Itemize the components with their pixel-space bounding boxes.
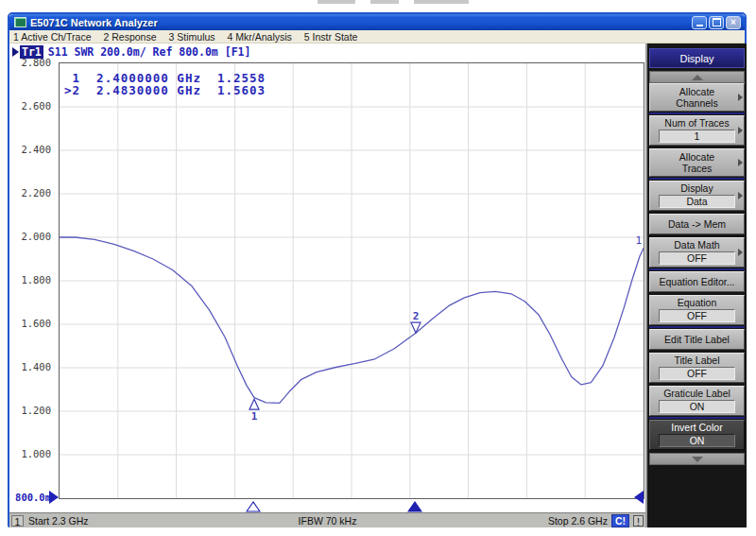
y-tick-label: 1.200 bbox=[6, 405, 51, 416]
softkey-label: Equation bbox=[650, 297, 744, 308]
cropped-text-artifact bbox=[414, 0, 469, 4]
title-bar[interactable]: E5071C Network Analyzer × bbox=[9, 14, 745, 30]
softkey-value: ON bbox=[659, 400, 735, 413]
softkey-title-label[interactable]: Title LabelOFF bbox=[649, 353, 745, 383]
softkey-label: Num of Traces bbox=[650, 117, 744, 129]
softkey-scroll-up-button[interactable] bbox=[649, 71, 745, 83]
menu-active-ch-trace[interactable]: 1 Active Ch/Trace bbox=[13, 31, 91, 43]
y-tick-label: 2.600 bbox=[6, 100, 51, 112]
trace-end-number: 1 bbox=[635, 234, 642, 247]
alert-badge: ! bbox=[633, 515, 644, 527]
softkey-equation-editor[interactable]: Equation Editor... bbox=[649, 271, 745, 292]
submenu-arrow-icon bbox=[738, 127, 743, 134]
window-title: E5071C Network Analyzer bbox=[30, 17, 158, 28]
app-icon bbox=[14, 17, 26, 27]
channel-indicator: 1 bbox=[11, 515, 24, 527]
y-tick-label: 2.000 bbox=[6, 231, 51, 242]
softkey-graticule-label[interactable]: Graticule LabelON bbox=[649, 386, 745, 416]
softkey-panel: Display AllocateChannelsNum of Traces1Al… bbox=[645, 43, 747, 527]
softkey-label: Display bbox=[650, 182, 744, 194]
softkey-label: Invert Color bbox=[650, 422, 744, 433]
close-button[interactable]: × bbox=[726, 16, 741, 29]
softkey-label: Data -> Mem bbox=[650, 218, 744, 230]
softkey-value: ON bbox=[659, 434, 735, 447]
minimize-button[interactable] bbox=[692, 16, 707, 29]
softkey-label: Allocate bbox=[650, 86, 744, 97]
softkey-value: OFF bbox=[659, 367, 735, 380]
submenu-arrow-icon bbox=[738, 94, 743, 101]
y-tick-label: 2.800 bbox=[6, 57, 51, 68]
softkey-value: Data bbox=[659, 195, 735, 208]
y-tick-label: 2.200 bbox=[6, 187, 51, 199]
softkey-allocate-traces[interactable]: AllocateTraces bbox=[649, 148, 745, 177]
softkey-label: Edit Title Label bbox=[650, 334, 744, 345]
softkey-value: OFF bbox=[659, 309, 735, 322]
swr-plot-area[interactable]: 121 bbox=[59, 62, 644, 499]
menu-stimulus[interactable]: 3 Stimulus bbox=[169, 31, 215, 43]
active-trace-pointer-icon bbox=[12, 47, 19, 57]
marker-readout: 1 2.4000000 GHz 1.2558 >2 2.4830000 GHz … bbox=[64, 72, 266, 96]
y-tick-label: 800.0m bbox=[6, 492, 51, 503]
softkey-allocate-channels[interactable]: AllocateChannels bbox=[649, 83, 745, 112]
softkey-data-math[interactable]: Data MathOFF bbox=[649, 237, 745, 268]
softkey-label: Traces bbox=[650, 163, 744, 174]
cropped-text-artifact bbox=[318, 0, 355, 4]
softkey-menu-title: Display bbox=[649, 48, 745, 68]
reference-level-pointer-right-icon bbox=[634, 491, 644, 504]
softkey-label: Title Label bbox=[650, 354, 744, 366]
close-icon: × bbox=[730, 18, 736, 27]
marker-2-label: 2 bbox=[413, 310, 420, 322]
softkey-label: Channels bbox=[650, 97, 744, 109]
softkey-label: Equation Editor... bbox=[650, 276, 744, 287]
y-tick-label: 1.800 bbox=[6, 274, 51, 285]
submenu-arrow-icon bbox=[738, 192, 743, 199]
softkey-num-of-traces[interactable]: Num of Traces1 bbox=[649, 115, 745, 146]
softkey-invert-color[interactable]: Invert ColorON bbox=[649, 420, 745, 450]
softkey-label: Graticule Label bbox=[650, 388, 744, 399]
menu-mkr-analysis[interactable]: 4 Mkr/Analysis bbox=[228, 31, 292, 43]
menu-response[interactable]: 2 Response bbox=[103, 31, 156, 43]
softkey-label: Data Math bbox=[650, 239, 744, 251]
softkey-display[interactable]: DisplayData bbox=[649, 181, 745, 211]
menu-instr-state[interactable]: 5 Instr State bbox=[304, 31, 358, 43]
marker-1-icon[interactable] bbox=[249, 399, 259, 409]
screen: E5071C Network Analyzer × 1 Active Ch/Tr… bbox=[0, 0, 756, 536]
submenu-arrow-icon bbox=[738, 159, 743, 166]
reference-level-pointer-icon[interactable] bbox=[49, 491, 59, 504]
softkey-value: 1 bbox=[659, 130, 735, 143]
softkey-edit-title-label[interactable]: Edit Title Label bbox=[649, 329, 745, 350]
menu-bar: 1 Active Ch/Trace2 Response3 Stimulus4 M… bbox=[9, 30, 745, 43]
softkey-data-mem[interactable]: Data -> Mem bbox=[649, 214, 745, 234]
maximize-button[interactable] bbox=[709, 16, 724, 29]
softkey-scroll-down-button[interactable] bbox=[649, 453, 745, 465]
cropped-text-artifact bbox=[370, 0, 399, 4]
softkey-equation[interactable]: EquationOFF bbox=[649, 295, 745, 325]
stimulus-marker-2-icon[interactable] bbox=[407, 499, 422, 510]
submenu-arrow-icon bbox=[738, 249, 743, 256]
scroll-up-icon bbox=[692, 75, 703, 80]
status-bar: 1 Start 2.3 GHz IFBW 70 kHz Stop 2.6 GHz… bbox=[9, 512, 645, 527]
minimize-icon bbox=[696, 25, 703, 26]
start-frequency-label: Start 2.3 GHz bbox=[28, 515, 89, 527]
softkey-label: Allocate bbox=[650, 151, 744, 163]
stop-frequency-label: Stop 2.6 GHz bbox=[548, 515, 608, 527]
y-tick-label: 1.000 bbox=[6, 448, 51, 459]
scroll-down-icon bbox=[692, 457, 703, 462]
trace-format-text: S11 SWR 200.0m/ Ref 800.0m [F1] bbox=[48, 45, 251, 59]
marker-1-label: 1 bbox=[251, 410, 258, 423]
stimulus-marker-1-icon[interactable] bbox=[246, 499, 261, 510]
softkey-value: OFF bbox=[659, 251, 735, 265]
marker-2-icon[interactable] bbox=[411, 322, 421, 333]
maximize-icon bbox=[713, 18, 721, 26]
y-tick-label: 1.400 bbox=[6, 361, 51, 372]
y-tick-label: 1.600 bbox=[6, 318, 51, 329]
y-tick-label: 2.400 bbox=[6, 144, 51, 155]
calibration-status-badge: C! bbox=[611, 514, 629, 527]
